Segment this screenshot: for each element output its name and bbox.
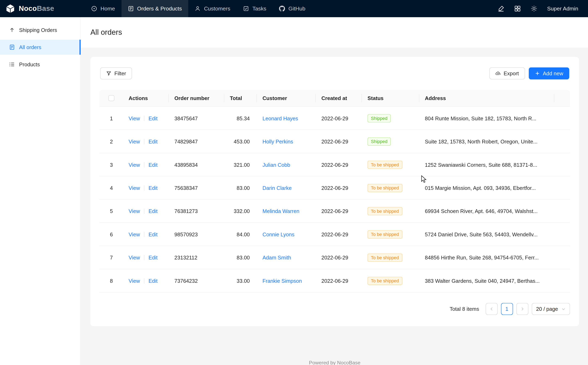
- layout: Shipping Orders All orders Products All …: [0, 17, 588, 365]
- sidebar: Shipping Orders All orders Products: [0, 17, 81, 365]
- nav-item-home[interactable]: Home: [85, 0, 122, 17]
- customer-link[interactable]: Holly Perkins: [262, 138, 293, 144]
- table-row: 1 View Edit 38475647 85.34 Leonard Hayes…: [99, 107, 570, 130]
- blocks-icon[interactable]: [514, 5, 521, 12]
- row-actions: View Edit: [123, 115, 168, 121]
- nav-item-orders-products[interactable]: Orders & Products: [121, 0, 188, 17]
- prev-page-button[interactable]: [486, 303, 498, 315]
- customer-cell: Leonard Hayes: [256, 115, 315, 121]
- nav-item-label: Customers: [204, 6, 230, 11]
- navbar-right: Super Admin: [498, 5, 588, 12]
- status-badge: To be shipped: [368, 253, 402, 261]
- row-index: 2: [99, 138, 123, 144]
- customer-cell: Darin Clarke: [256, 185, 315, 191]
- nav-item-tasks[interactable]: Tasks: [237, 0, 273, 17]
- created-at-cell: 2022-06-29: [315, 278, 361, 284]
- customer-link[interactable]: Adam Smith: [262, 254, 291, 260]
- status-cell: Shipped: [362, 114, 419, 122]
- select-all-checkbox[interactable]: [108, 95, 114, 101]
- order-number-cell: 76381273: [168, 208, 224, 214]
- action-divider: [144, 278, 145, 283]
- status-badge: Shipped: [368, 114, 391, 122]
- filter-button[interactable]: Filter: [100, 67, 132, 79]
- orders-products-icon: [128, 6, 134, 11]
- order-number-cell: 74829847: [168, 138, 224, 144]
- filter-label: Filter: [114, 70, 126, 76]
- sidebar-item-label: Products: [19, 61, 40, 67]
- filter-icon: [106, 71, 111, 76]
- nav-item-label: GitHub: [289, 6, 305, 11]
- created-at-cell: 2022-06-29: [315, 115, 361, 121]
- customer-cell: Melinda Warren: [256, 208, 315, 214]
- status-badge: To be shipped: [368, 277, 402, 285]
- card-toolbar: Filter Export: [100, 67, 569, 79]
- view-link[interactable]: View: [129, 115, 140, 121]
- view-link[interactable]: View: [129, 231, 140, 237]
- total-cell: 321.00: [224, 162, 256, 168]
- export-button[interactable]: Export: [489, 67, 525, 79]
- customer-link[interactable]: Julian Cobb: [262, 162, 290, 168]
- order-number-cell: 43895834: [168, 162, 224, 168]
- customer-link[interactable]: Melinda Warren: [262, 208, 299, 214]
- view-link[interactable]: View: [129, 208, 140, 214]
- page-size-value: 20 / page: [536, 306, 558, 312]
- view-link[interactable]: View: [129, 254, 140, 260]
- status-cell: To be shipped: [362, 253, 419, 261]
- nav-item-customers[interactable]: Customers: [188, 0, 237, 17]
- header-address: Address: [419, 90, 554, 106]
- edit-link[interactable]: Edit: [149, 278, 158, 284]
- created-at-cell: 2022-06-29: [315, 231, 361, 237]
- customer-link[interactable]: Frankie Simpson: [262, 278, 302, 284]
- edit-link[interactable]: Edit: [149, 115, 158, 121]
- app-root: NocoBase Home Orders & Products Customer…: [0, 0, 588, 365]
- customer-link[interactable]: Leonard Hayes: [262, 115, 298, 121]
- highlighter-icon[interactable]: [498, 5, 504, 12]
- customer-cell: Holly Perkins: [256, 138, 315, 144]
- table-body: 1 View Edit 38475647 85.34 Leonard Hayes…: [99, 107, 570, 293]
- view-link[interactable]: View: [129, 138, 140, 144]
- page-size-select[interactable]: 20 / page: [532, 303, 570, 315]
- edit-link[interactable]: Edit: [149, 231, 158, 237]
- sidebar-item-all-orders[interactable]: All orders: [0, 40, 80, 55]
- edit-link[interactable]: Edit: [149, 208, 158, 214]
- orders-card: Filter Export: [90, 57, 579, 326]
- view-link[interactable]: View: [129, 162, 140, 168]
- customer-link[interactable]: Connie Lyons: [262, 231, 294, 237]
- sidebar-item-products[interactable]: Products: [0, 57, 80, 72]
- add-new-button[interactable]: Add new: [529, 67, 569, 79]
- add-new-label: Add new: [543, 70, 563, 76]
- sidebar-item-shipping-orders[interactable]: Shipping Orders: [0, 22, 80, 37]
- edit-link[interactable]: Edit: [149, 138, 158, 144]
- page-title: All orders: [90, 28, 122, 37]
- total-cell: 453.00: [224, 138, 256, 144]
- header-spacer: [554, 90, 570, 106]
- page-header: All orders: [81, 17, 588, 48]
- table-row: 5 View Edit 76381273 332.00 Melinda Warr…: [99, 200, 570, 223]
- page-1-button[interactable]: 1: [501, 303, 513, 315]
- edit-link[interactable]: Edit: [149, 254, 158, 260]
- edit-link[interactable]: Edit: [149, 185, 158, 191]
- nav-item-label: Orders & Products: [137, 6, 182, 11]
- chevron-down-icon: [561, 307, 566, 311]
- table-header: Actions Order number Total Customer Crea…: [99, 90, 570, 107]
- view-link[interactable]: View: [129, 278, 140, 284]
- row-actions: View Edit: [123, 185, 168, 191]
- customer-cell: Frankie Simpson: [256, 278, 315, 284]
- next-page-button[interactable]: [516, 303, 528, 315]
- row-actions: View Edit: [123, 231, 168, 237]
- user-menu[interactable]: Super Admin: [547, 6, 578, 11]
- tasks-icon: [243, 6, 249, 11]
- created-at-cell: 2022-06-29: [315, 185, 361, 191]
- header-checkbox-cell: [99, 90, 123, 106]
- view-link[interactable]: View: [129, 185, 140, 191]
- nocobase-logo[interactable]: NocoBase: [0, 3, 85, 14]
- gear-icon[interactable]: [531, 5, 537, 12]
- customer-link[interactable]: Darin Clarke: [262, 185, 291, 191]
- edit-link[interactable]: Edit: [149, 162, 158, 168]
- action-divider: [144, 255, 145, 260]
- order-number-cell: 98570923: [168, 231, 224, 237]
- action-divider: [144, 185, 145, 190]
- nav-item-github[interactable]: GitHub: [273, 0, 312, 17]
- order-file-icon: [9, 44, 15, 50]
- row-actions: View Edit: [123, 208, 168, 214]
